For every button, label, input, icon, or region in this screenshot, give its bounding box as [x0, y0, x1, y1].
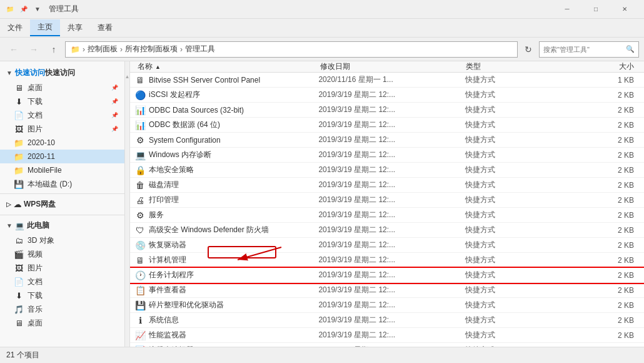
file-type-icon: 🕐	[135, 270, 145, 280]
file-name-text: 打印管理	[149, 195, 179, 205]
table-row[interactable]: 📈 性能监视器 2019/3/19 星期二 12:... 快捷方式 2 KB	[130, 328, 644, 343]
sidebar-item-download[interactable]: ⬇ 下载 📌	[0, 95, 124, 108]
folder-2020-10-icon: 📁	[14, 138, 24, 148]
menu-view[interactable]: 查看	[90, 20, 120, 36]
file-name-text: 性能监视器	[149, 330, 186, 340]
maximize-button[interactable]: □	[581, 0, 610, 19]
table-row[interactable]: 🗑 磁盘清理 2019/3/19 星期二 12:... 快捷方式 2 KB	[130, 178, 644, 193]
sidebar-item-desktop[interactable]: 🖥 桌面 📌	[0, 81, 124, 95]
back-button[interactable]: ←	[5, 41, 23, 58]
table-row[interactable]: 🕐 任务计划程序 2019/3/19 星期二 12:... 快捷方式 2 KB	[130, 268, 644, 283]
file-type: 快捷方式	[465, 165, 575, 175]
sidebar-item-2020-11[interactable]: 📁 2020-11	[0, 150, 124, 163]
item-count: 21 个项目	[6, 350, 39, 360]
file-type: 快捷方式	[465, 240, 575, 250]
file-name: ⚙ 服务	[135, 210, 318, 220]
file-type-icon: 🔒	[135, 165, 145, 175]
menu-bar: 文件 主页 共享 查看	[0, 19, 644, 38]
quick-access-section[interactable]: ▼ 快速访问 快速访问	[0, 65, 124, 81]
pc-docs-icon: 📄	[14, 277, 24, 287]
sidebar-item-localdisk[interactable]: 💾 本地磁盘 (D:)	[0, 177, 124, 191]
file-name-text: 恢复驱动器	[149, 240, 186, 250]
address-path[interactable]: 📁 › 控制面板 › 所有控制面板项 › 管理工具	[65, 41, 518, 58]
table-row[interactable]: ℹ 系统信息 2019/3/19 星期二 12:... 快捷方式 2 KB	[130, 313, 644, 328]
close-button[interactable]: ✕	[610, 0, 639, 19]
col-header-size[interactable]: 大小	[576, 61, 639, 72]
table-row[interactable]: 🖥 计算机管理 2019/3/19 星期二 12:... 快捷方式 2 KB	[130, 253, 644, 268]
table-row[interactable]: ⚙ 服务 2019/3/19 星期二 12:... 快捷方式 2 KB	[130, 208, 644, 223]
minimize-button[interactable]: ─	[553, 0, 581, 19]
file-type-icon: 🛡	[135, 225, 145, 235]
sidebar-item-pc-pictures[interactable]: 🖼 图片	[0, 261, 124, 275]
sidebar-item-mobilefile[interactable]: 📁 MobileFile	[0, 163, 124, 177]
table-row[interactable]: 💻 Windows 内存诊断 2019/3/19 星期二 12:... 快捷方式…	[130, 148, 644, 163]
file-size: 2 KB	[575, 181, 639, 190]
file-date: 2019/3/19 星期二 12:...	[318, 285, 465, 295]
file-type: 快捷方式	[465, 105, 575, 115]
col-header-date[interactable]: 修改日期	[320, 61, 466, 72]
sidebar-item-3d[interactable]: 🗂 3D 对象	[0, 233, 124, 247]
table-row[interactable]: 💿 恢复驱动器 2019/3/19 星期二 12:... 快捷方式 2 KB	[130, 238, 644, 253]
download-icon: ⬇	[14, 96, 24, 106]
path-controlpanel[interactable]: 控制面板	[88, 44, 118, 54]
sidebar-item-pc-download[interactable]: ⬇ 下载	[0, 289, 124, 302]
file-name: 📊 ODBC 数据源 (64 位)	[135, 120, 318, 130]
pin-indicator2: 📌	[111, 98, 118, 105]
file-type: 快捷方式	[465, 150, 575, 160]
file-type-icon: 🔵	[135, 90, 145, 100]
file-size: 2 KB	[575, 166, 639, 175]
table-row[interactable]: 📊 ODBC Data Sources (32-bit) 2019/3/19 星…	[130, 103, 644, 118]
table-row[interactable]: 🔵 iSCSI 发起程序 2019/3/19 星期二 12:... 快捷方式 2…	[130, 88, 644, 103]
refresh-button[interactable]: ↻	[520, 41, 536, 58]
sidebar-item-pc-docs[interactable]: 📄 文档	[0, 275, 124, 289]
sidebar-item-pc-desktop[interactable]: 🖥 桌面	[0, 316, 124, 330]
up-button[interactable]: ↑	[45, 41, 63, 58]
forward-button[interactable]: →	[25, 41, 43, 58]
sidebar-item-video[interactable]: 🎬 视频	[0, 247, 124, 261]
file-date: 2019/3/19 星期二 12:...	[318, 240, 465, 250]
wps-section[interactable]: ▷ ☁ WPS网盘	[0, 197, 124, 212]
file-size: 2 KB	[575, 121, 639, 130]
file-type: 快捷方式	[465, 285, 575, 295]
table-row[interactable]: 📋 事件查看器 2019/3/19 星期二 12:... 快捷方式 2 KB	[130, 283, 644, 298]
pin-indicator: 📌	[111, 84, 118, 91]
file-name-text: 注册表编辑器	[149, 345, 194, 347]
sidebar-label-pictures: 图片	[28, 124, 111, 135]
title-bar: 📁 📌 ▼ 管理工具 ─ □ ✕	[0, 0, 644, 19]
table-row[interactable]: 💾 碎片整理和优化驱动器 2019/3/19 星期二 12:... 快捷方式 2…	[130, 298, 644, 313]
file-type: 快捷方式	[465, 120, 575, 130]
path-allitems[interactable]: 所有控制面板项	[125, 44, 178, 54]
file-name-text: 碎片整理和优化驱动器	[149, 300, 224, 310]
file-name-text: 服务	[149, 210, 164, 220]
window-title: 管理工具	[49, 4, 553, 14]
table-row[interactable]: 🖥 Bitvise SSH Server Control Panel 2020/…	[130, 73, 644, 88]
sidebar-item-music[interactable]: 🎵 音乐	[0, 302, 124, 316]
pin-icon: 📌	[19, 4, 29, 14]
col-header-type[interactable]: 类型	[466, 61, 575, 72]
table-row[interactable]: 🔒 本地安全策略 2019/3/19 星期二 12:... 快捷方式 2 KB	[130, 163, 644, 178]
sidebar-item-docs[interactable]: 📄 文档 📌	[0, 108, 124, 122]
table-row[interactable]: 📊 ODBC 数据源 (64 位) 2019/3/19 星期二 12:... 快…	[130, 118, 644, 133]
sidebar-item-2020-10[interactable]: 📁 2020-10	[0, 136, 124, 150]
thispc-section[interactable]: ▼ 💻 此电脑	[0, 218, 124, 233]
file-type-icon: 💿	[135, 240, 145, 250]
quick-access-arrow: ▼	[6, 69, 13, 76]
col-header-name[interactable]: 名称 ▲	[135, 61, 320, 72]
search-box[interactable]: 🔍	[539, 41, 639, 58]
menu-file[interactable]: 文件	[0, 20, 30, 36]
table-row[interactable]: ⚙ System Configuration 2019/3/19 星期二 12:…	[130, 133, 644, 148]
file-name-text: 本地安全策略	[149, 165, 194, 175]
video-icon: 🎬	[14, 249, 24, 259]
table-row[interactable]: 📝 注册表编辑器 2019/3/19 星期二 12:... 快捷方式 2 KB	[130, 343, 644, 347]
menu-home[interactable]: 主页	[30, 19, 60, 36]
file-date: 2020/11/16 星期一 1...	[318, 74, 465, 85]
search-input[interactable]	[543, 46, 626, 53]
table-row[interactable]: 🛡 高级安全 Windows Defender 防火墙 2019/3/19 星期…	[130, 223, 644, 238]
menu-share[interactable]: 共享	[60, 20, 90, 36]
file-type-icon: 📊	[135, 105, 145, 115]
sidebar-label-mobilefile: MobileFile	[28, 166, 118, 175]
table-row[interactable]: 🖨 打印管理 2019/3/19 星期二 12:... 快捷方式 2 KB	[130, 193, 644, 208]
sidebar-item-pictures[interactable]: 🖼 图片 📌	[0, 122, 124, 136]
sidebar-label-2020-10: 2020-10	[28, 138, 118, 147]
sidebar-label-video: 视频	[28, 249, 118, 260]
